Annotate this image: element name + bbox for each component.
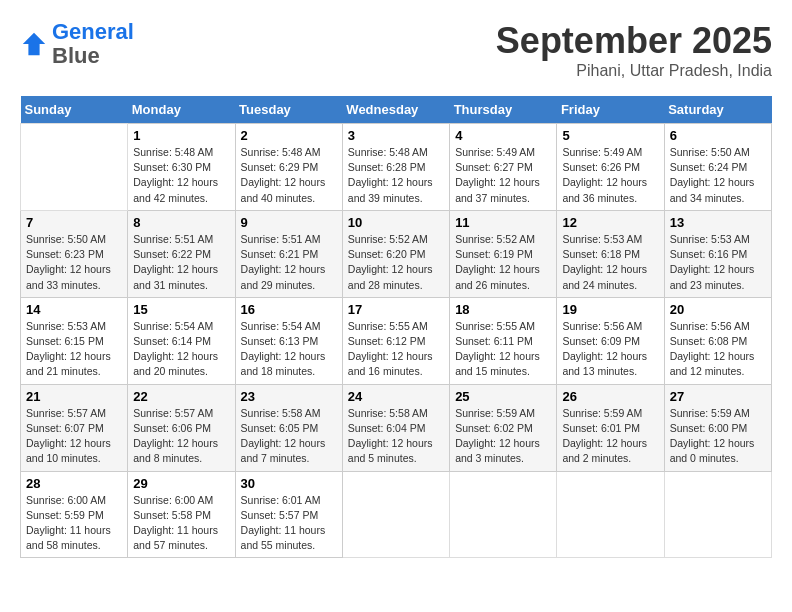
day-info: Sunrise: 5:55 AMSunset: 6:12 PMDaylight:… — [348, 319, 444, 380]
day-number: 24 — [348, 389, 444, 404]
day-number: 10 — [348, 215, 444, 230]
calendar-cell: 25Sunrise: 5:59 AMSunset: 6:02 PMDayligh… — [450, 384, 557, 471]
day-info: Sunrise: 5:53 AMSunset: 6:18 PMDaylight:… — [562, 232, 658, 293]
day-info: Sunrise: 6:00 AMSunset: 5:58 PMDaylight:… — [133, 493, 229, 554]
calendar-cell — [557, 471, 664, 558]
day-info: Sunrise: 5:58 AMSunset: 6:04 PMDaylight:… — [348, 406, 444, 467]
month-title: September 2025 — [496, 20, 772, 62]
day-info: Sunrise: 5:48 AMSunset: 6:30 PMDaylight:… — [133, 145, 229, 206]
calendar-cell: 21Sunrise: 5:57 AMSunset: 6:07 PMDayligh… — [21, 384, 128, 471]
day-info: Sunrise: 5:59 AMSunset: 6:02 PMDaylight:… — [455, 406, 551, 467]
calendar-cell: 13Sunrise: 5:53 AMSunset: 6:16 PMDayligh… — [664, 210, 771, 297]
weekday-header: Sunday — [21, 96, 128, 124]
logo-icon — [20, 30, 48, 58]
calendar-cell: 12Sunrise: 5:53 AMSunset: 6:18 PMDayligh… — [557, 210, 664, 297]
day-info: Sunrise: 5:52 AMSunset: 6:19 PMDaylight:… — [455, 232, 551, 293]
day-number: 28 — [26, 476, 122, 491]
weekday-header: Friday — [557, 96, 664, 124]
calendar-cell: 4Sunrise: 5:49 AMSunset: 6:27 PMDaylight… — [450, 124, 557, 211]
calendar-table: SundayMondayTuesdayWednesdayThursdayFrid… — [20, 96, 772, 558]
day-number: 2 — [241, 128, 337, 143]
svg-marker-0 — [23, 33, 45, 55]
day-info: Sunrise: 5:54 AMSunset: 6:13 PMDaylight:… — [241, 319, 337, 380]
day-number: 20 — [670, 302, 766, 317]
day-number: 5 — [562, 128, 658, 143]
day-number: 1 — [133, 128, 229, 143]
day-number: 7 — [26, 215, 122, 230]
day-info: Sunrise: 5:54 AMSunset: 6:14 PMDaylight:… — [133, 319, 229, 380]
day-number: 15 — [133, 302, 229, 317]
day-number: 22 — [133, 389, 229, 404]
logo: GeneralBlue — [20, 20, 134, 68]
day-info: Sunrise: 5:51 AMSunset: 6:22 PMDaylight:… — [133, 232, 229, 293]
calendar-cell: 18Sunrise: 5:55 AMSunset: 6:11 PMDayligh… — [450, 297, 557, 384]
day-number: 23 — [241, 389, 337, 404]
location: Pihani, Uttar Pradesh, India — [496, 62, 772, 80]
day-number: 16 — [241, 302, 337, 317]
day-info: Sunrise: 5:58 AMSunset: 6:05 PMDaylight:… — [241, 406, 337, 467]
day-info: Sunrise: 5:48 AMSunset: 6:29 PMDaylight:… — [241, 145, 337, 206]
day-number: 14 — [26, 302, 122, 317]
calendar-cell: 1Sunrise: 5:48 AMSunset: 6:30 PMDaylight… — [128, 124, 235, 211]
calendar-week-row: 21Sunrise: 5:57 AMSunset: 6:07 PMDayligh… — [21, 384, 772, 471]
weekday-header: Thursday — [450, 96, 557, 124]
calendar-cell — [342, 471, 449, 558]
calendar-cell: 24Sunrise: 5:58 AMSunset: 6:04 PMDayligh… — [342, 384, 449, 471]
calendar-cell: 20Sunrise: 5:56 AMSunset: 6:08 PMDayligh… — [664, 297, 771, 384]
calendar-cell: 22Sunrise: 5:57 AMSunset: 6:06 PMDayligh… — [128, 384, 235, 471]
day-number: 17 — [348, 302, 444, 317]
day-info: Sunrise: 5:48 AMSunset: 6:28 PMDaylight:… — [348, 145, 444, 206]
day-info: Sunrise: 5:55 AMSunset: 6:11 PMDaylight:… — [455, 319, 551, 380]
day-info: Sunrise: 5:59 AMSunset: 6:00 PMDaylight:… — [670, 406, 766, 467]
calendar-cell: 11Sunrise: 5:52 AMSunset: 6:19 PMDayligh… — [450, 210, 557, 297]
calendar-cell: 29Sunrise: 6:00 AMSunset: 5:58 PMDayligh… — [128, 471, 235, 558]
calendar-cell: 7Sunrise: 5:50 AMSunset: 6:23 PMDaylight… — [21, 210, 128, 297]
calendar-cell: 5Sunrise: 5:49 AMSunset: 6:26 PMDaylight… — [557, 124, 664, 211]
calendar-cell: 2Sunrise: 5:48 AMSunset: 6:29 PMDaylight… — [235, 124, 342, 211]
calendar-cell: 27Sunrise: 5:59 AMSunset: 6:00 PMDayligh… — [664, 384, 771, 471]
day-info: Sunrise: 5:57 AMSunset: 6:07 PMDaylight:… — [26, 406, 122, 467]
day-number: 6 — [670, 128, 766, 143]
logo-text: GeneralBlue — [52, 20, 134, 68]
day-number: 29 — [133, 476, 229, 491]
calendar-cell: 19Sunrise: 5:56 AMSunset: 6:09 PMDayligh… — [557, 297, 664, 384]
day-number: 18 — [455, 302, 551, 317]
day-number: 19 — [562, 302, 658, 317]
day-number: 25 — [455, 389, 551, 404]
day-info: Sunrise: 5:51 AMSunset: 6:21 PMDaylight:… — [241, 232, 337, 293]
day-info: Sunrise: 5:49 AMSunset: 6:26 PMDaylight:… — [562, 145, 658, 206]
day-info: Sunrise: 6:00 AMSunset: 5:59 PMDaylight:… — [26, 493, 122, 554]
calendar-cell: 30Sunrise: 6:01 AMSunset: 5:57 PMDayligh… — [235, 471, 342, 558]
day-info: Sunrise: 5:52 AMSunset: 6:20 PMDaylight:… — [348, 232, 444, 293]
day-info: Sunrise: 5:50 AMSunset: 6:24 PMDaylight:… — [670, 145, 766, 206]
day-info: Sunrise: 5:56 AMSunset: 6:08 PMDaylight:… — [670, 319, 766, 380]
calendar-cell: 23Sunrise: 5:58 AMSunset: 6:05 PMDayligh… — [235, 384, 342, 471]
day-number: 13 — [670, 215, 766, 230]
day-number: 11 — [455, 215, 551, 230]
calendar-cell — [21, 124, 128, 211]
calendar-cell: 3Sunrise: 5:48 AMSunset: 6:28 PMDaylight… — [342, 124, 449, 211]
day-number: 3 — [348, 128, 444, 143]
calendar-cell: 14Sunrise: 5:53 AMSunset: 6:15 PMDayligh… — [21, 297, 128, 384]
day-number: 27 — [670, 389, 766, 404]
calendar-cell: 26Sunrise: 5:59 AMSunset: 6:01 PMDayligh… — [557, 384, 664, 471]
calendar-week-row: 28Sunrise: 6:00 AMSunset: 5:59 PMDayligh… — [21, 471, 772, 558]
day-info: Sunrise: 5:50 AMSunset: 6:23 PMDaylight:… — [26, 232, 122, 293]
day-info: Sunrise: 6:01 AMSunset: 5:57 PMDaylight:… — [241, 493, 337, 554]
weekday-header: Wednesday — [342, 96, 449, 124]
day-number: 30 — [241, 476, 337, 491]
calendar-cell: 10Sunrise: 5:52 AMSunset: 6:20 PMDayligh… — [342, 210, 449, 297]
calendar-week-row: 1Sunrise: 5:48 AMSunset: 6:30 PMDaylight… — [21, 124, 772, 211]
day-number: 21 — [26, 389, 122, 404]
day-info: Sunrise: 5:53 AMSunset: 6:16 PMDaylight:… — [670, 232, 766, 293]
weekday-header: Saturday — [664, 96, 771, 124]
calendar-cell — [450, 471, 557, 558]
page-header: GeneralBlue September 2025 Pihani, Uttar… — [20, 20, 772, 80]
calendar-week-row: 14Sunrise: 5:53 AMSunset: 6:15 PMDayligh… — [21, 297, 772, 384]
calendar-cell: 28Sunrise: 6:00 AMSunset: 5:59 PMDayligh… — [21, 471, 128, 558]
calendar-cell: 8Sunrise: 5:51 AMSunset: 6:22 PMDaylight… — [128, 210, 235, 297]
day-number: 26 — [562, 389, 658, 404]
calendar-cell: 15Sunrise: 5:54 AMSunset: 6:14 PMDayligh… — [128, 297, 235, 384]
day-info: Sunrise: 5:59 AMSunset: 6:01 PMDaylight:… — [562, 406, 658, 467]
weekday-header-row: SundayMondayTuesdayWednesdayThursdayFrid… — [21, 96, 772, 124]
